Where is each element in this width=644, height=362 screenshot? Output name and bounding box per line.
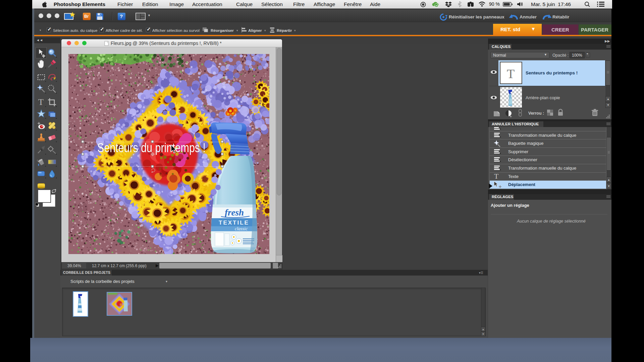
svg-text:T: T bbox=[494, 173, 499, 180]
svg-text:TEXTILE: TEXTILE bbox=[219, 220, 249, 226]
svg-text:fresh: fresh bbox=[225, 207, 244, 218]
svg-text:T: T bbox=[38, 97, 44, 107]
svg-text:classic: classic bbox=[235, 226, 248, 231]
